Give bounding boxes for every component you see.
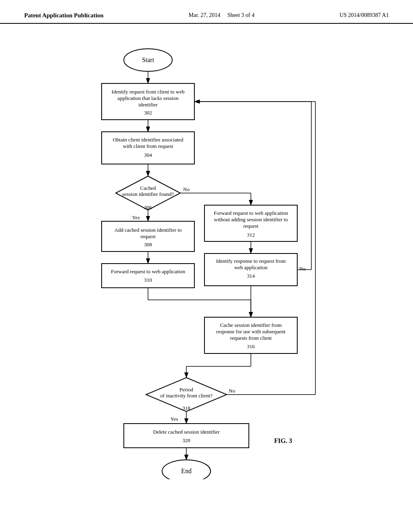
svg-text:304: 304 bbox=[144, 152, 152, 158]
svg-text:Cached: Cached bbox=[140, 185, 156, 191]
svg-text:FIG. 3: FIG. 3 bbox=[274, 437, 292, 444]
header-date: Mar. 27, 2014 bbox=[189, 12, 221, 18]
svg-text:Delete cached session identifi: Delete cached session identifier bbox=[153, 429, 220, 435]
svg-text:session identifier found?: session identifier found? bbox=[122, 191, 174, 197]
header-patent-number: US 2014/0089387 A1 bbox=[340, 12, 389, 19]
svg-text:314: 314 bbox=[247, 273, 255, 279]
header-date-sheet: Mar. 27, 2014 Sheet 3 of 4 bbox=[189, 12, 254, 19]
svg-text:without adding session identif: without adding session identifier to bbox=[214, 216, 288, 222]
header-publication-label: Patent Application Publication bbox=[24, 12, 104, 19]
svg-text:request: request bbox=[243, 223, 259, 229]
svg-text:of inactivity from client?: of inactivity from client? bbox=[160, 393, 213, 399]
svg-text:Period: Period bbox=[179, 387, 193, 393]
svg-text:response for use with subseque: response for use with subsequent bbox=[216, 328, 286, 335]
svg-text:Forward request to web applica: Forward request to web application bbox=[214, 210, 288, 216]
page-header: Patent Application Publication Mar. 27, … bbox=[0, 0, 413, 24]
svg-text:requests from client: requests from client bbox=[230, 335, 272, 341]
svg-text:identifier: identifier bbox=[138, 102, 158, 108]
svg-text:with client from request: with client from request bbox=[123, 143, 173, 149]
svg-text:End: End bbox=[181, 468, 192, 474]
svg-text:application that lacks session: application that lacks session bbox=[117, 95, 179, 101]
header-sheet: Sheet 3 of 4 bbox=[227, 12, 254, 18]
svg-text:web application: web application bbox=[234, 264, 268, 270]
diagram-area: Start Identify request from client to we… bbox=[0, 28, 413, 487]
flowchart-svg: Start Identify request from client to we… bbox=[49, 36, 364, 479]
svg-text:302: 302 bbox=[144, 110, 152, 116]
svg-rect-27 bbox=[102, 264, 194, 288]
svg-text:316: 316 bbox=[247, 343, 255, 349]
svg-text:No: No bbox=[299, 266, 306, 272]
svg-text:308: 308 bbox=[144, 241, 152, 247]
svg-text:Start: Start bbox=[142, 56, 154, 63]
svg-text:Identify response to request f: Identify response to request from bbox=[216, 258, 286, 264]
svg-text:310: 310 bbox=[144, 277, 152, 283]
svg-text:No: No bbox=[229, 388, 235, 394]
svg-text:Identify request from client t: Identify request from client to web bbox=[112, 89, 185, 95]
svg-text:Cache session identifier from: Cache session identifier from bbox=[220, 322, 282, 328]
svg-text:Yes: Yes bbox=[171, 416, 178, 422]
svg-text:Obtain client identifier assoc: Obtain client identifier associated bbox=[113, 137, 184, 143]
svg-text:Yes: Yes bbox=[132, 214, 140, 220]
svg-text:320: 320 bbox=[182, 437, 190, 443]
svg-text:Forward request to web applica: Forward request to web application bbox=[111, 268, 186, 274]
svg-rect-64 bbox=[124, 424, 249, 448]
svg-text:Add cached session identifier : Add cached session identifier to bbox=[115, 227, 182, 233]
svg-text:318: 318 bbox=[182, 405, 190, 411]
svg-text:306: 306 bbox=[144, 204, 152, 210]
svg-text:312: 312 bbox=[247, 232, 255, 238]
svg-text:No: No bbox=[183, 186, 190, 192]
svg-text:request: request bbox=[140, 233, 156, 239]
